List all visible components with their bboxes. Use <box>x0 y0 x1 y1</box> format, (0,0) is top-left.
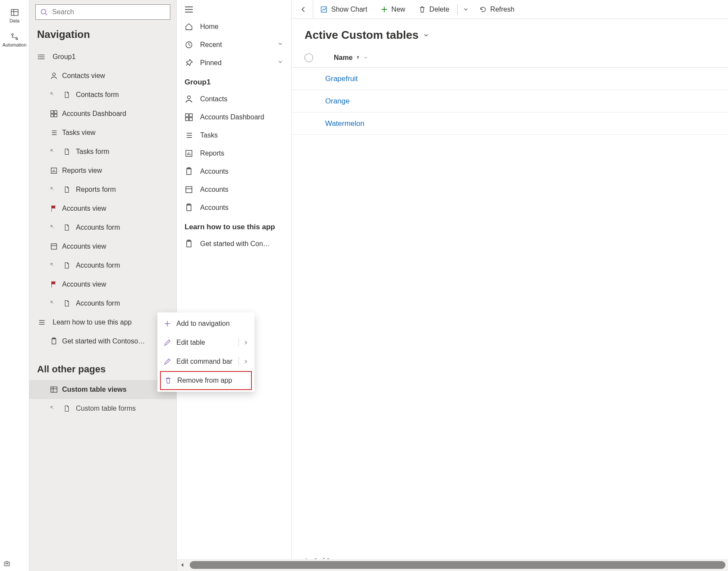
nav-get-started[interactable]: Get started with Contoso… <box>29 332 176 351</box>
table-row[interactable]: Orange <box>292 90 728 112</box>
sheet-icon <box>185 185 193 194</box>
select-all-checkbox[interactable] <box>304 53 313 62</box>
row-link[interactable]: Grapefruit <box>325 75 358 83</box>
nav-item-label: Accounts form <box>76 300 120 307</box>
copilot-button[interactable] <box>3 559 11 569</box>
nav-tasks-form[interactable]: Tasks form <box>29 142 176 161</box>
nav-reports-form[interactable]: Reports form <box>29 180 176 199</box>
ctx-add-to-navigation[interactable]: Add to navigation <box>157 314 254 333</box>
nav-item-label: Accounts view <box>62 281 106 288</box>
nav-item-label: Accounts form <box>76 262 120 269</box>
horizontal-scrollbar[interactable] <box>177 559 728 571</box>
sitemap-accounts-2[interactable]: Accounts <box>177 181 291 199</box>
svg-point-10 <box>38 55 38 55</box>
table-row[interactable]: Watermelon <box>292 112 728 135</box>
list-icon <box>185 131 193 140</box>
sitemap-accounts-1[interactable]: Accounts <box>177 162 291 181</box>
nav-tasks-view[interactable]: Tasks view <box>29 123 176 142</box>
sitemap-group1-title: Group1 <box>177 72 291 90</box>
svg-rect-17 <box>54 114 57 117</box>
sitemap-contacts[interactable]: Contacts <box>177 90 291 108</box>
refresh-button[interactable]: Refresh <box>473 0 521 19</box>
sitemap-accounts-dashboard[interactable]: Accounts Dashboard <box>177 108 291 126</box>
nav-item-label: Accounts form <box>76 224 120 231</box>
link-icon <box>50 406 56 412</box>
sitemap-item-label: Accounts <box>200 204 229 212</box>
nav-accounts-form-2[interactable]: Accounts form <box>29 256 176 275</box>
pencil-icon <box>163 339 171 346</box>
delete-label: Delete <box>430 6 449 13</box>
left-rail-data-label: Data <box>9 18 19 23</box>
ctx-edit-table[interactable]: Edit table <box>157 333 254 352</box>
nav-group1[interactable]: Group1 <box>29 47 176 66</box>
pencil-icon <box>163 358 171 365</box>
left-rail-automation-label: Automation <box>3 42 27 47</box>
hamburger-button[interactable] <box>177 3 291 18</box>
hamburger-icon <box>185 6 193 13</box>
scroll-thumb[interactable] <box>190 561 725 569</box>
left-rail-data[interactable]: Data <box>2 3 28 28</box>
sitemap-reports[interactable]: Reports <box>177 144 291 162</box>
svg-rect-32 <box>51 387 57 393</box>
nav-custom-table-views[interactable]: Custom table views ··· <box>29 380 176 399</box>
nav-accounts-form-3[interactable]: Accounts form <box>29 294 176 313</box>
sitemap-recent[interactable]: Recent <box>177 36 291 54</box>
nav-group1-label: Group1 <box>53 53 75 61</box>
svg-point-4 <box>16 38 18 40</box>
document-icon <box>63 405 70 412</box>
chevron-down-icon <box>277 59 283 65</box>
document-icon <box>63 91 70 98</box>
nav-accounts-view-3[interactable]: Accounts view <box>29 275 176 294</box>
nav-accounts-dashboard[interactable]: Accounts Dashboard <box>29 104 176 123</box>
trash-icon <box>418 6 426 13</box>
ctx-remove-from-app[interactable]: Remove from app <box>160 371 252 390</box>
context-menu: Add to navigation Edit table Edit comman… <box>157 312 254 392</box>
svg-rect-40 <box>185 114 188 117</box>
row-link[interactable]: Orange <box>325 97 350 106</box>
nav-custom-table-forms[interactable]: Custom table forms <box>29 399 176 418</box>
chevron-down-icon <box>363 55 368 60</box>
sitemap-tasks[interactable]: Tasks <box>177 126 291 144</box>
back-button[interactable] <box>294 0 313 19</box>
show-chart-button[interactable]: Show Chart <box>314 0 373 19</box>
svg-rect-53 <box>186 187 192 193</box>
flow-icon <box>10 32 19 41</box>
sitemap-learn-item-label: Get started with Con… <box>200 240 270 248</box>
chart-icon <box>320 6 328 13</box>
scroll-left-icon[interactable] <box>179 562 185 568</box>
ctx-edit-command-bar[interactable]: Edit command bar <box>157 352 254 371</box>
view-header[interactable]: Active Custom tables <box>292 19 728 48</box>
nav-accounts-form-1[interactable]: Accounts form <box>29 218 176 237</box>
nav-accounts-view-2[interactable]: Accounts view <box>29 237 176 256</box>
scroll-track[interactable] <box>190 561 725 569</box>
list-icon <box>38 318 46 326</box>
column-name-header[interactable]: Name <box>334 54 368 62</box>
svg-point-3 <box>12 34 13 35</box>
search-input[interactable] <box>52 8 166 16</box>
sitemap-pinned[interactable]: Pinned <box>177 54 291 72</box>
table-row[interactable]: Grapefruit <box>292 68 728 90</box>
show-chart-label: Show Chart <box>331 6 367 13</box>
nav-learn-group[interactable]: Learn how to use this app <box>29 313 176 332</box>
sitemap-home[interactable]: Home <box>177 18 291 36</box>
nav-accounts-view-1[interactable]: Accounts view <box>29 199 176 218</box>
nav-contacts-form[interactable]: Contacts form <box>29 85 176 104</box>
plus-icon <box>380 6 388 13</box>
sitemap-get-started[interactable]: Get started with Con… <box>177 235 291 253</box>
new-button[interactable]: New <box>374 0 411 19</box>
refresh-label: Refresh <box>490 6 515 13</box>
nav-reports-view[interactable]: Reports view <box>29 161 176 180</box>
svg-rect-43 <box>189 118 192 121</box>
left-rail-automation[interactable]: Automation <box>2 28 28 52</box>
delete-button[interactable]: Delete <box>412 0 455 19</box>
link-icon <box>50 262 56 268</box>
sitemap-item-label: Accounts <box>200 186 229 193</box>
nav-item-label: Contacts view <box>62 72 105 80</box>
delete-dropdown[interactable] <box>459 0 472 19</box>
column-name-label: Name <box>334 54 353 62</box>
row-link[interactable]: Watermelon <box>325 119 364 128</box>
sitemap-accounts-3[interactable]: Accounts <box>177 199 291 217</box>
nav-contacts-view[interactable]: Contacts view <box>29 66 176 85</box>
search-box[interactable] <box>35 4 170 20</box>
nav-item-label: Accounts Dashboard <box>62 110 126 118</box>
